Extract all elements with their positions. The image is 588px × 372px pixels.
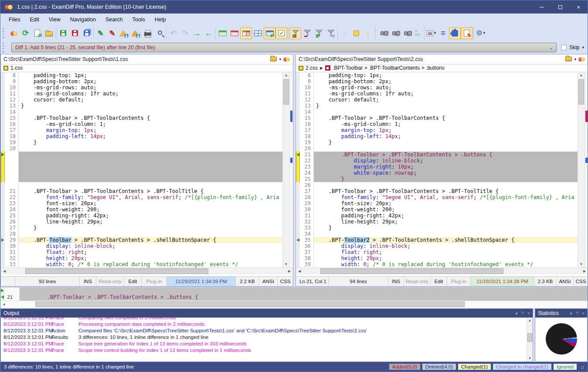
scrollbar-thumb[interactable] [527, 333, 532, 342]
menu-item-files[interactable]: Files [4, 15, 25, 24]
scroll-up-icon[interactable]: ▲ [527, 318, 533, 324]
output-log-row[interactable]: 8/12/2023 3:12:01 PMTraceProcessing comp… [1, 321, 527, 328]
preview-row[interactable]: 21 .BPT-Toolbar > .BPT-ToolbarContents >… [0, 294, 588, 301]
code-line[interactable]: 24 font-weight: 200; [1, 206, 282, 213]
horizontal-scrollbar[interactable]: ◀▶ [296, 267, 588, 274]
code-line[interactable]: 39 width: 0; /* 0 is replaced during 'ho… [296, 261, 578, 267]
breadcrumb-item[interactable]: .BPT-Toolbar > .BPT-ToolbarContents > .b… [333, 65, 445, 71]
code-line[interactable]: 17 margin-top: 1px; [296, 127, 578, 133]
code-line[interactable] [1, 164, 282, 170]
code-line[interactable]: 38 height: 29px; [296, 255, 578, 261]
replace-button[interactable]: AAB [411, 27, 423, 39]
code-line[interactable]: 36 display: inline-block; [296, 243, 578, 249]
code-line[interactable]: 27 .BPT-Toolbar > .BPT-ToolbarContents >… [296, 188, 578, 194]
code-line[interactable]: 33 } [296, 225, 578, 231]
code-line[interactable]: 30 font-weight: 200; [296, 206, 578, 213]
synchronize-scrolling-button[interactable]: ⇄ [264, 27, 275, 39]
edit-first-file-button[interactable]: ✎ [95, 27, 106, 39]
code-line[interactable]: 18 padding-left: 14px; [1, 133, 282, 139]
code-line[interactable]: 26 line-height: 29px; [1, 219, 282, 225]
code-line[interactable]: 22 display: inline-block; [296, 158, 578, 164]
code-line[interactable]: 15 .BPT-Toolbar > .BPT-ToolbarContents { [296, 115, 578, 121]
copy-block-left-button[interactable]: ← [203, 27, 214, 39]
chevron-down-icon[interactable]: ▾ [515, 311, 517, 316]
code-line[interactable]: 29 font-size: 20px; [296, 200, 578, 206]
code-line[interactable] [1, 182, 282, 188]
previous-difference-button[interactable]: ↑ [339, 27, 350, 39]
chevron-down-icon[interactable]: ▾ [279, 57, 281, 61]
copy-right-arrow-icon[interactable] [1, 289, 4, 292]
code-line[interactable]: 25 } [296, 176, 578, 182]
code-line[interactable]: 15 .BPT-Toolbar > .BPT-ToolbarContents { [1, 115, 282, 121]
maximize-button[interactable] [551, 0, 569, 14]
recompare-files-button[interactable]: ⇄ [31, 27, 43, 39]
current-diff-combobox[interactable]: Diff 1: Add 5 lines (21 - 25, second fil… [11, 43, 557, 52]
code-line[interactable]: 23 font-size: 20px; [1, 200, 282, 206]
diff-map-marker[interactable] [585, 158, 588, 163]
code-line[interactable] [1, 170, 282, 176]
scroll-right-icon[interactable]: ▶ [581, 268, 588, 274]
scroll-up-icon[interactable]: ▲ [283, 72, 289, 78]
code-line[interactable]: 14 [296, 109, 578, 115]
diff-map-marker[interactable] [290, 111, 292, 122]
copy-block-right-button[interactable]: → [191, 27, 203, 39]
code-lines[interactable]: 8 padding-top: 1px;9 padding-bottom: 2px… [1, 72, 282, 267]
code-line[interactable]: 34 [296, 231, 578, 237]
scrollbar-thumb[interactable] [578, 79, 584, 105]
show-second-pane-button[interactable] [228, 27, 240, 39]
code-line[interactable]: 13} [1, 103, 282, 109]
preview-row[interactable] [0, 287, 588, 294]
code-line[interactable]: 12 cursor: default; [296, 97, 578, 103]
scroll-down-icon[interactable]: ▼ [578, 261, 585, 267]
code-line[interactable]: 11 -ms-grid-columns: 1fr auto; [296, 91, 578, 97]
code-line[interactable]: 16 -ms-grid-column: 1; [1, 121, 282, 127]
code-line[interactable]: 32 line-height: 29px; [296, 219, 578, 225]
chevron-down-icon[interactable]: ▾ [570, 311, 572, 316]
menu-item-view[interactable]: View [44, 15, 65, 24]
menu-item-edit[interactable]: Edit [25, 15, 44, 24]
output-log-row[interactable]: 8/12/2023 3:12:01 PMTraceScope tree gene… [1, 341, 527, 347]
scroll-left-icon[interactable]: ◀ [0, 301, 7, 308]
horizontal-scrollbar[interactable]: ◀▶ [1, 267, 293, 274]
code-line[interactable]: 14 [1, 109, 282, 115]
compare-files-button[interactable] [8, 27, 20, 39]
save-second-file-button[interactable] [69, 27, 81, 39]
print-preview-button[interactable] [153, 27, 165, 39]
code-line[interactable]: 28 font-family: "Segoe UI", Arial, sans-… [296, 194, 578, 200]
code-line[interactable]: 10 -ms-grid-rows: auto; [296, 85, 578, 91]
code-line[interactable]: 9 padding-bottom: 2px; [1, 78, 282, 85]
scroll-left-icon[interactable]: ◀ [1, 268, 8, 274]
code-line[interactable]: 10 -ms-grid-rows: auto; [1, 85, 282, 91]
code-line[interactable]: 28 [1, 231, 282, 237]
copy-left-arrow-icon[interactable] [296, 153, 299, 156]
code-line[interactable]: 23 margin-right: 10px; [296, 164, 578, 170]
code-line[interactable]: 19 } [296, 139, 578, 145]
code-line[interactable]: 8 padding-top: 1px; [296, 72, 578, 78]
vertical-scrollbar[interactable]: ▲▼ [282, 72, 289, 267]
close-icon[interactable]: × [527, 311, 530, 316]
preview-scrollbar[interactable]: ◀ [0, 301, 588, 308]
code-line[interactable]: 26 [296, 182, 578, 188]
next-difference-button[interactable]: ↓ [362, 27, 374, 39]
show-first-pane-button[interactable] [217, 27, 228, 39]
code-line[interactable]: 27 } [1, 225, 282, 231]
code-line[interactable]: 19 } [1, 139, 282, 145]
copy-right-arrow-icon[interactable] [1, 153, 4, 156]
show-split-view-button[interactable] [240, 27, 252, 39]
close-button[interactable]: × [569, 0, 588, 14]
refresh-compare-button[interactable]: ⟳ [20, 27, 31, 39]
vertical-scrollbar[interactable]: ▲▼ [578, 72, 585, 267]
scroll-up-icon[interactable]: ▲ [578, 72, 585, 78]
close-icon[interactable]: × [582, 311, 585, 316]
show-line-inspector-button[interactable]: ✓ [275, 27, 287, 39]
open-files-button[interactable]: ↑ [43, 27, 55, 39]
code-line[interactable] [1, 152, 282, 158]
find-next-button[interactable]: ↷ [388, 27, 400, 39]
code-line[interactable] [1, 176, 282, 182]
code-line[interactable]: 20 [1, 145, 282, 152]
chevron-down-icon[interactable]: ⌄ [547, 45, 554, 50]
copy-path-icon[interactable] [270, 57, 277, 61]
code-line[interactable]: 17 margin-top: 1px; [1, 127, 282, 133]
find-previous-button[interactable]: ↶ [400, 27, 411, 39]
toolbar-grip[interactable] [3, 28, 6, 38]
